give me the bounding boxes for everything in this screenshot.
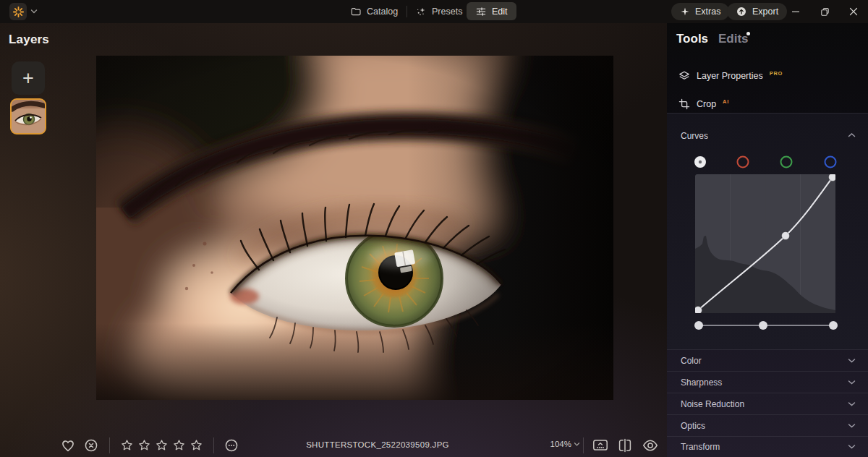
- section-label: Color: [681, 356, 702, 366]
- curve-channel-selector: [693, 153, 838, 171]
- starburst-logo-icon: [12, 6, 25, 18]
- minimize-button[interactable]: [783, 0, 808, 23]
- divider: [583, 437, 584, 453]
- rating-star-4[interactable]: [171, 438, 186, 453]
- favorite-button[interactable]: [61, 438, 75, 453]
- tab-tools[interactable]: Tools: [676, 32, 708, 46]
- chevron-down-icon: [574, 442, 580, 447]
- section-label: Transform: [681, 442, 720, 452]
- tab-presets-label: Presets: [432, 7, 462, 17]
- section-label: Optics: [681, 421, 705, 431]
- curve-point-midtones[interactable]: [782, 232, 790, 240]
- rating-star-1[interactable]: [119, 438, 134, 453]
- sparkles-icon: [415, 6, 427, 17]
- range-handle-midtone[interactable]: [759, 321, 767, 330]
- star-icon: [174, 440, 184, 450]
- star-icon: [157, 440, 166, 450]
- compare-icon: [616, 437, 634, 454]
- more-options-icon: [224, 438, 239, 453]
- rating-star-5[interactable]: [189, 438, 203, 453]
- channel-blue[interactable]: [825, 157, 836, 168]
- curve-point-shadows[interactable]: [695, 307, 702, 314]
- canvas-image[interactable]: [96, 56, 613, 400]
- collapse-curves-button[interactable]: [848, 132, 856, 138]
- zoom-level-dropdown[interactable]: 104%: [535, 440, 580, 448]
- channel-green[interactable]: [781, 157, 792, 168]
- star-icon: [140, 440, 149, 450]
- crop-icon: [678, 98, 690, 110]
- divider: [407, 6, 407, 17]
- compare-view-button[interactable]: [616, 437, 634, 454]
- rating-star-2[interactable]: [137, 438, 151, 453]
- display-settings-button[interactable]: [592, 437, 609, 454]
- eye-preview-icon: [642, 437, 659, 454]
- close-button[interactable]: [841, 0, 866, 23]
- restore-button[interactable]: [812, 0, 837, 23]
- section-label: Noise Reduction: [681, 399, 744, 409]
- display-icon: [592, 437, 609, 454]
- layer-thumbnail-image: [12, 100, 45, 133]
- chevron-down-icon: [848, 401, 856, 407]
- pro-badge: PRO: [770, 70, 783, 77]
- tab-edit-label: Edit: [492, 7, 508, 17]
- ai-badge: AI: [723, 98, 729, 105]
- folder-icon: [350, 6, 362, 17]
- section-color[interactable]: Color: [667, 349, 868, 371]
- tab-catalog[interactable]: Catalog: [350, 0, 398, 23]
- chevron-down-icon: [848, 423, 856, 429]
- edit-side-panel: Tools Edits Layer Properties PRO Crop AI…: [667, 23, 868, 457]
- tab-presets[interactable]: Presets: [415, 0, 462, 23]
- chevron-down-icon: [848, 380, 856, 385]
- four-point-star-icon: [680, 7, 690, 17]
- tab-catalog-label: Catalog: [367, 7, 398, 17]
- export-button[interactable]: Export: [727, 3, 787, 20]
- layers-panel-title: Layers: [9, 33, 49, 47]
- add-layer-button[interactable]: +: [12, 61, 45, 95]
- divider: [213, 437, 214, 453]
- more-options-button[interactable]: [224, 438, 239, 453]
- eye-photo: [96, 56, 613, 400]
- app-logo-button[interactable]: [9, 3, 27, 20]
- curve-editor[interactable]: [695, 174, 835, 313]
- minimize-icon: [791, 7, 800, 16]
- section-label: Sharpness: [681, 377, 722, 388]
- tab-edit[interactable]: Edit: [467, 2, 516, 20]
- section-noise-reduction[interactable]: Noise Reduction: [667, 393, 868, 414]
- channel-luminance[interactable]: [694, 156, 706, 168]
- range-handle-white-point[interactable]: [829, 321, 838, 330]
- heart-icon: [61, 438, 75, 453]
- curves-section-title: Curves: [681, 131, 708, 141]
- curve-point-highlights[interactable]: [829, 174, 836, 181]
- channel-red[interactable]: [738, 157, 749, 168]
- chevron-down-icon: [848, 358, 856, 364]
- chevron-down-icon: [848, 444, 856, 450]
- section-sharpness[interactable]: Sharpness: [667, 371, 868, 393]
- layers-icon: [678, 70, 690, 82]
- star-icon: [122, 440, 132, 450]
- logo-chevron-down-icon[interactable]: [30, 9, 38, 14]
- tool-label: Layer Properties: [697, 71, 763, 81]
- section-transform[interactable]: Transform: [667, 436, 868, 457]
- preview-original-button[interactable]: [642, 437, 659, 454]
- section-optics[interactable]: Optics: [667, 414, 868, 436]
- extras-label: Extras: [695, 7, 720, 17]
- titlebar: Catalog Presets Edit Extras: [0, 0, 868, 23]
- export-arrow-icon: [736, 6, 747, 17]
- extras-button[interactable]: Extras: [671, 3, 729, 20]
- curves-section: Curves: [667, 113, 868, 349]
- tool-crop[interactable]: Crop AI: [667, 95, 868, 113]
- range-handle-black-point[interactable]: [694, 321, 703, 330]
- star-icon: [192, 440, 201, 450]
- restore-icon: [820, 7, 830, 17]
- export-label: Export: [752, 7, 778, 17]
- close-icon: [849, 7, 858, 16]
- curve-range-slider: [693, 320, 839, 331]
- layer-thumbnail[interactable]: [10, 98, 46, 134]
- tool-layer-properties[interactable]: Layer Properties PRO: [667, 67, 868, 85]
- edits-notification-dot: [746, 32, 750, 35]
- reject-button[interactable]: [84, 438, 98, 453]
- tab-edits[interactable]: Edits: [718, 32, 749, 46]
- rating-star-3[interactable]: [154, 438, 169, 453]
- zoom-level-value: 104%: [550, 440, 571, 448]
- chevron-up-icon: [848, 132, 856, 138]
